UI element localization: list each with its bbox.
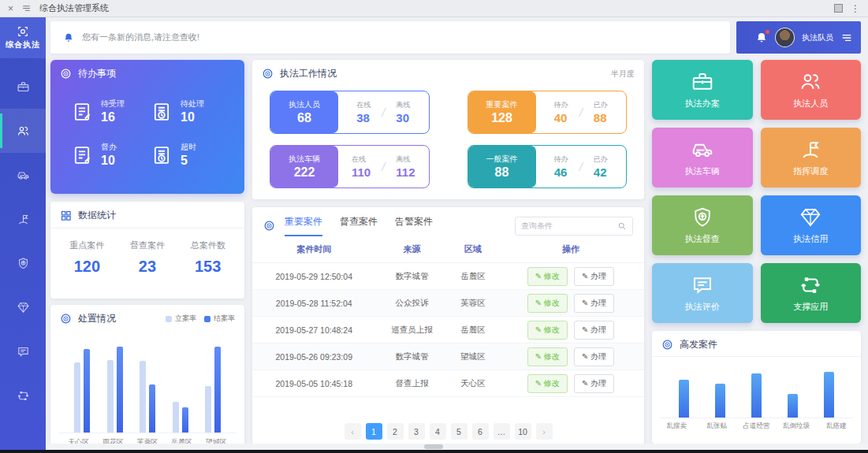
bar xyxy=(788,394,798,418)
cell-time: 2019-05-05 10:45:18 xyxy=(252,370,375,397)
tile-执法评价[interactable]: 执法评价 xyxy=(652,263,753,323)
work-stat-total-value: 68 xyxy=(297,111,311,125)
pair-key: 离线 xyxy=(396,100,410,110)
edit-button[interactable]: ✎ 修改 xyxy=(527,267,568,286)
work-stat-total-value: 128 xyxy=(491,111,512,125)
edit-button[interactable]: ✎ 修改 xyxy=(527,347,568,366)
bell-icon xyxy=(63,32,74,43)
bar xyxy=(715,384,725,418)
sidebar-item-dispatch[interactable] xyxy=(0,197,46,241)
page-button[interactable]: 4 xyxy=(430,423,446,440)
tile-支撑应用[interactable]: 支撑应用 xyxy=(761,263,862,323)
search-input[interactable] xyxy=(521,221,613,230)
todo-item-value: 10 xyxy=(181,110,204,124)
todo-title: 待办事项 xyxy=(78,67,116,80)
todo-item-value: 10 xyxy=(101,154,117,168)
page-button[interactable]: … xyxy=(494,423,510,440)
tile-执法车辆[interactable]: 执法车辆 xyxy=(652,128,753,188)
page-button[interactable]: 3 xyxy=(408,423,425,440)
sidebar-item-diamond[interactable] xyxy=(0,285,46,329)
bar-filing-rate xyxy=(140,361,146,433)
page-button[interactable]: 2 xyxy=(387,423,404,440)
legend-label: 立案率 xyxy=(175,314,196,324)
sidebar-item-sync[interactable] xyxy=(0,373,46,418)
search-icon[interactable] xyxy=(617,221,627,231)
column-header: 操作 xyxy=(497,236,644,263)
todo-item[interactable]: 督办10 xyxy=(71,142,151,168)
tab-重要案件[interactable]: 重要案件 xyxy=(285,215,322,236)
table-body: 2019-05-29 12:50:04数字城管岳麓区✎ 修改✎ 办理2019-0… xyxy=(252,263,644,397)
cell-area: 岳麓区 xyxy=(449,317,497,343)
prev-page-button[interactable]: ‹ xyxy=(345,423,361,440)
tile-执法督查[interactable]: 执法督查 xyxy=(652,195,753,255)
stat-value: 120 xyxy=(69,258,104,276)
todo-item[interactable]: 超时5 xyxy=(151,142,230,168)
dispatch-icon xyxy=(799,138,822,162)
maximize-icon[interactable] xyxy=(834,4,843,13)
edit-button[interactable]: ✎ 修改 xyxy=(527,294,568,313)
tile-执法办案[interactable]: 执法办案 xyxy=(652,60,753,120)
page-button[interactable]: 1 xyxy=(366,423,382,440)
bar-closing-rate xyxy=(84,349,90,433)
cell-actions: ✎ 修改✎ 办理 xyxy=(497,317,644,343)
window-titlebar: × 综合执法管理系统 ⋮ xyxy=(0,0,868,17)
tile-执法信用[interactable]: 执法信用 xyxy=(761,195,862,255)
scrollbar-thumb[interactable] xyxy=(424,444,443,449)
sidebar-item-comment[interactable] xyxy=(0,329,46,373)
app-window: × 综合执法管理系统 ⋮ 综合执法 您有一条新的消息,请注意查收! xyxy=(0,0,868,453)
hamburger-menu-icon[interactable] xyxy=(840,32,853,44)
x-axis-label: 乱倒垃圾 xyxy=(777,421,817,431)
todo-item-label: 督办 xyxy=(101,142,117,153)
page-button[interactable]: 6 xyxy=(472,423,489,440)
todo-item-text: 待处理10 xyxy=(181,98,204,124)
todo-item[interactable]: 待受理16 xyxy=(71,98,151,124)
horizontal-scrollbar[interactable] xyxy=(46,444,868,450)
tile-指挥调度[interactable]: 指挥调度 xyxy=(761,128,862,188)
sidebar-item-car[interactable] xyxy=(0,153,46,197)
bar-group xyxy=(205,347,221,433)
cell-source: 巡查员上报 xyxy=(375,317,448,343)
search-box xyxy=(515,217,633,236)
pagination: ‹123456…10› xyxy=(252,415,644,446)
cell-source: 督查上报 xyxy=(375,370,448,397)
sidebar-item-shield[interactable] xyxy=(0,241,46,285)
handle-button[interactable]: ✎ 办理 xyxy=(574,374,614,393)
work-stat-label: 执法人员 xyxy=(289,99,320,110)
pair-value: 42 xyxy=(594,165,608,179)
people-icon xyxy=(17,124,30,138)
tile-执法人员[interactable]: 执法人员 xyxy=(761,60,862,120)
sidebar-item-briefcase[interactable] xyxy=(0,65,46,109)
period-label[interactable]: 半月度 xyxy=(611,69,635,80)
list-menu-icon[interactable] xyxy=(21,3,32,13)
bar-closing-rate xyxy=(182,407,188,433)
work-stat-total: 一般案件88 xyxy=(468,146,536,188)
page-button[interactable]: 5 xyxy=(451,423,468,440)
sync-icon xyxy=(799,273,822,297)
handle-button[interactable]: ✎ 办理 xyxy=(574,321,614,340)
close-icon[interactable]: × xyxy=(8,3,13,14)
tile-label: 执法信用 xyxy=(793,233,828,245)
table-row: 2019-05-27 10:48:24巡查员上报岳麓区✎ 修改✎ 办理 xyxy=(252,317,644,343)
edit-button[interactable]: ✎ 修改 xyxy=(527,374,568,393)
todo-item[interactable]: 待处理10 xyxy=(151,98,230,124)
handle-button[interactable]: ✎ 办理 xyxy=(574,267,614,286)
window-bottom-edge xyxy=(0,450,868,453)
kebab-menu-icon[interactable]: ⋮ xyxy=(851,3,860,14)
next-page-button[interactable]: › xyxy=(536,423,553,440)
tab-告警案件[interactable]: 告警案件 xyxy=(395,215,433,236)
edit-button[interactable]: ✎ 修改 xyxy=(527,321,568,340)
tab-督查案件[interactable]: 督查案件 xyxy=(340,215,378,236)
tile-label: 执法评价 xyxy=(685,301,720,313)
notification-bell-icon[interactable] xyxy=(755,32,768,44)
avatar[interactable] xyxy=(775,28,795,47)
page-button[interactable]: 10 xyxy=(515,423,531,440)
cell-area: 岳麓区 xyxy=(449,263,497,290)
handle-button[interactable]: ✎ 办理 xyxy=(574,294,614,313)
tile-label: 支撑应用 xyxy=(793,301,828,313)
bar-filing-rate xyxy=(74,362,80,433)
sidebar-item-people[interactable] xyxy=(0,109,46,153)
x-axis-label: 乱张贴 xyxy=(697,421,737,431)
bar-group xyxy=(107,347,123,433)
todo-item-label: 待受理 xyxy=(101,98,125,110)
handle-button[interactable]: ✎ 办理 xyxy=(574,347,614,366)
